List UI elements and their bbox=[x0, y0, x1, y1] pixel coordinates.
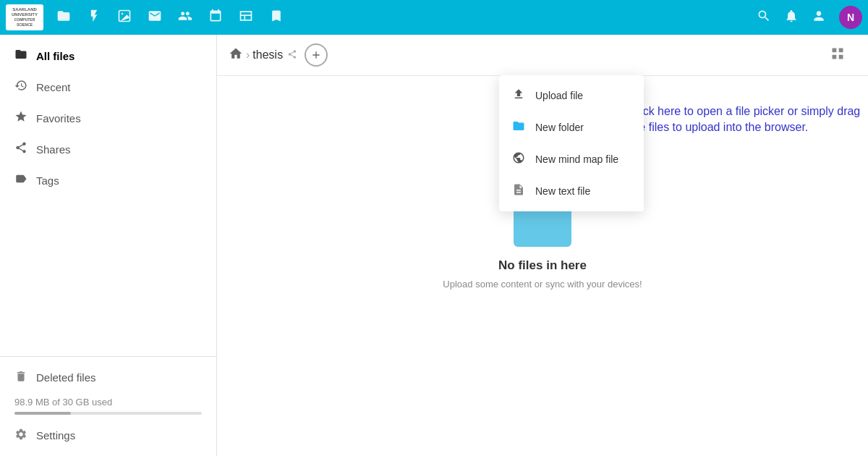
user-avatar[interactable]: N bbox=[839, 6, 862, 29]
sidebar-item-settings[interactable]: Settings bbox=[0, 421, 216, 450]
account-icon[interactable] bbox=[812, 9, 826, 27]
topbar-nav-icons bbox=[49, 9, 757, 27]
sidebar-bottom: Deleted files 98.9 MB of 30 GB used Sett… bbox=[0, 356, 216, 456]
photos-icon[interactable] bbox=[117, 9, 132, 27]
sidebar-item-tags[interactable]: Tags bbox=[0, 165, 216, 196]
new-folder-label: New folder bbox=[535, 122, 584, 133]
mail-icon[interactable] bbox=[148, 9, 162, 27]
sidebar-item-shares[interactable]: Shares bbox=[0, 134, 216, 165]
dropdown-menu: Upload file New folder New mind map file… bbox=[499, 75, 644, 211]
textfile-icon bbox=[512, 183, 525, 199]
storage-info: 98.9 MB of 30 GB used bbox=[0, 392, 216, 421]
breadcrumb-current: thesis bbox=[252, 48, 283, 62]
contacts-icon[interactable] bbox=[178, 9, 192, 27]
storage-bar-fill bbox=[14, 412, 71, 415]
recent-icon bbox=[14, 79, 27, 96]
mindmap-icon bbox=[512, 151, 525, 167]
bookmarks-icon[interactable] bbox=[269, 9, 284, 27]
settings-icon bbox=[14, 428, 27, 443]
content-area: › thesis Upload file bbox=[217, 35, 868, 456]
calendar-icon[interactable] bbox=[208, 9, 223, 27]
new-textfile-label: New text file bbox=[535, 185, 590, 197]
upload-file-item[interactable]: Upload file bbox=[499, 80, 644, 111]
empty-state-title: No files in here bbox=[498, 258, 587, 273]
storage-bar bbox=[14, 412, 202, 415]
breadcrumb-separator: › bbox=[246, 48, 250, 62]
new-folder-icon bbox=[512, 119, 525, 135]
app-logo[interactable]: SAARLANDUNIVERSITYCOMPUTER SCIENCE bbox=[6, 4, 43, 30]
callout-text: Click here to open a file picker or simp… bbox=[622, 104, 868, 136]
view-toggle-button[interactable] bbox=[830, 46, 856, 64]
activity-icon[interactable] bbox=[87, 9, 101, 27]
folder-icon bbox=[14, 48, 27, 64]
sidebar-item-deleted[interactable]: Deleted files bbox=[0, 363, 216, 392]
search-icon[interactable] bbox=[757, 9, 771, 27]
sidebar-item-all-files[interactable]: All files bbox=[0, 41, 216, 72]
sidebar-item-favorites[interactable]: Favorites bbox=[0, 103, 216, 134]
sidebar-nav: All files Recent Favorites Shares bbox=[0, 35, 216, 356]
share-icon bbox=[14, 141, 27, 158]
sidebar: All files Recent Favorites Shares bbox=[0, 35, 217, 456]
sidebar-item-label: Shares bbox=[36, 143, 71, 156]
sidebar-item-recent[interactable]: Recent bbox=[0, 72, 216, 103]
sidebar-item-label: Favorites bbox=[36, 112, 81, 124]
new-mindmap-label: New mind map file bbox=[535, 153, 618, 165]
tag-icon bbox=[14, 172, 27, 189]
add-button[interactable] bbox=[305, 43, 328, 67]
trash-icon bbox=[14, 370, 27, 385]
notifications-icon[interactable] bbox=[784, 9, 799, 27]
deck-icon[interactable] bbox=[239, 9, 253, 27]
main-layout: All files Recent Favorites Shares bbox=[0, 35, 868, 456]
sidebar-item-label: Recent bbox=[36, 81, 71, 93]
topbar: SAARLANDUNIVERSITYCOMPUTER SCIENCE bbox=[0, 0, 868, 35]
upload-icon bbox=[512, 88, 525, 104]
upload-file-label: Upload file bbox=[535, 90, 583, 101]
breadcrumb-bar: › thesis bbox=[217, 35, 868, 76]
star-icon bbox=[14, 110, 27, 127]
new-textfile-item[interactable]: New text file bbox=[499, 175, 644, 207]
sidebar-item-label: All files bbox=[36, 50, 75, 62]
storage-text: 98.9 MB of 30 GB used bbox=[14, 397, 112, 408]
new-folder-item[interactable]: New folder bbox=[499, 111, 644, 143]
deleted-files-label: Deleted files bbox=[36, 371, 96, 384]
topbar-right: N bbox=[757, 6, 862, 29]
empty-state-subtitle: Upload some content or sync with your de… bbox=[443, 279, 642, 290]
breadcrumb-home-icon[interactable] bbox=[229, 46, 243, 64]
sidebar-item-label: Tags bbox=[36, 174, 59, 187]
new-mindmap-item[interactable]: New mind map file bbox=[499, 143, 644, 175]
files-icon[interactable] bbox=[56, 9, 71, 27]
settings-label: Settings bbox=[36, 429, 75, 442]
breadcrumb-share-icon[interactable] bbox=[287, 49, 297, 62]
svg-point-1 bbox=[122, 12, 124, 14]
